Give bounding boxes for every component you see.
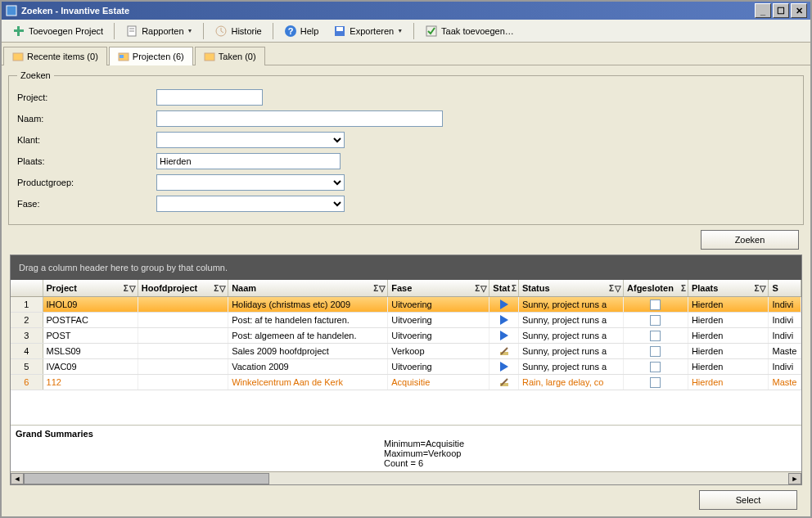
filter-icon[interactable]: ▽ — [760, 284, 766, 293]
table-row[interactable]: 6 112 Winkelcentrum Aan de Kerk Acquisit… — [11, 375, 801, 390]
horizontal-scrollbar[interactable]: ◄ ► — [11, 471, 801, 484]
naam-input[interactable] — [156, 110, 443, 127]
plus-icon — [12, 25, 25, 38]
col-number[interactable] — [11, 280, 43, 296]
cell-stat — [489, 313, 519, 327]
play-icon — [498, 361, 510, 372]
cell-stat — [489, 297, 519, 312]
scroll-left-button[interactable]: ◄ — [11, 473, 24, 484]
separator — [413, 23, 414, 39]
cell-fase: Uitvoering — [388, 297, 489, 312]
col-plaats[interactable]: PlaatsΣ▽ — [688, 280, 769, 296]
sigma-icon[interactable]: Σ — [124, 284, 129, 293]
group-bar[interactable]: Drag a column header here to group by th… — [11, 255, 801, 280]
play-icon — [498, 314, 510, 326]
scroll-right-button[interactable]: ► — [788, 473, 801, 484]
cell-hoofdproject — [138, 375, 228, 390]
separator — [203, 23, 204, 39]
cell-project: MSLS09 — [43, 344, 138, 358]
checkbox[interactable] — [650, 346, 661, 357]
cell-plaats: Hierden — [688, 344, 769, 358]
scroll-thumb[interactable] — [24, 473, 269, 484]
cell-status: Rain, large delay, co — [519, 375, 624, 390]
sigma-icon[interactable]: Σ — [373, 284, 378, 293]
productgroep-select[interactable] — [156, 174, 345, 191]
cell-number: 6 — [11, 375, 43, 390]
filter-icon[interactable]: ▽ — [615, 284, 621, 293]
cell-naam: Winkelcentrum Aan de Kerk — [228, 375, 388, 390]
sigma-icon[interactable]: Σ — [214, 284, 219, 293]
tab-taken-label: Taken (0) — [219, 52, 256, 61]
cell-project: IHOL09 — [43, 297, 138, 312]
help-button[interactable]: ? Help — [277, 22, 327, 40]
historie-button[interactable]: Historie — [207, 22, 268, 40]
fase-select[interactable] — [156, 196, 345, 212]
cell-number: 4 — [11, 344, 43, 358]
cell-naam: Vacation 2009 — [228, 359, 388, 374]
sigma-icon[interactable]: Σ — [609, 284, 614, 293]
grid-summaries: Grand Summaries Minimum=Acquisitie Maxim… — [11, 425, 801, 471]
checkbox[interactable] — [650, 300, 661, 310]
svg-rect-14 — [120, 55, 124, 58]
table-row[interactable]: 3 POST Post: algemeen af te handelen. Ui… — [11, 328, 801, 344]
cell-plaats: Hierden — [688, 313, 769, 327]
sigma-icon[interactable]: Σ — [754, 284, 759, 293]
col-stat[interactable]: StatΣ — [489, 280, 519, 296]
col-project[interactable]: ProjectΣ▽ — [43, 280, 138, 296]
col-s[interactable]: S — [769, 280, 801, 296]
exporteren-button[interactable]: Exporteren ▼ — [326, 22, 410, 40]
cell-project: POST — [43, 328, 138, 343]
sigma-icon[interactable]: Σ — [681, 284, 686, 293]
help-icon: ? — [284, 25, 297, 38]
col-fase[interactable]: FaseΣ▽ — [388, 280, 489, 296]
col-naam[interactable]: NaamΣ▽ — [228, 280, 388, 296]
tab-recente-label: Recente items (0) — [27, 52, 98, 61]
grid-header: ProjectΣ▽ HoofdprojectΣ▽ NaamΣ▽ FaseΣ▽ S… — [11, 280, 801, 297]
project-input[interactable] — [156, 89, 263, 106]
checkbox[interactable] — [650, 377, 661, 388]
taak-label: Taak toevoegen… — [441, 26, 514, 36]
cell-s: Indivi — [769, 328, 801, 343]
filter-icon[interactable]: ▽ — [219, 284, 226, 293]
sigma-icon[interactable]: Σ — [475, 284, 480, 293]
cell-status: Sunny, project runs a — [519, 297, 624, 312]
sigma-icon[interactable]: Σ — [512, 284, 517, 293]
col-hoofdproject[interactable]: HoofdprojectΣ▽ — [138, 280, 228, 296]
table-row[interactable]: 4 MSLS09 Sales 2009 hoofdproject Verkoop… — [11, 344, 801, 359]
save-icon — [333, 25, 346, 38]
table-row[interactable]: 1 IHOL09 Holidays (christmas etc) 2009 U… — [11, 297, 801, 313]
klant-select[interactable] — [156, 132, 345, 148]
plaats-input[interactable] — [156, 153, 341, 169]
play-icon — [498, 299, 510, 310]
filter-icon[interactable]: ▽ — [379, 284, 386, 293]
checkbox[interactable] — [650, 331, 661, 341]
maximize-button[interactable]: ☐ — [773, 3, 789, 18]
col-afgesloten[interactable]: AfgeslotenΣ — [624, 280, 688, 296]
tab-projecten[interactable]: Projecten (6) — [109, 47, 193, 65]
col-status[interactable]: StatusΣ▽ — [519, 280, 624, 296]
minimize-button[interactable]: _ — [755, 3, 771, 18]
taak-toevoegen-button[interactable]: Taak toevoegen… — [417, 22, 521, 40]
table-row[interactable]: 2 POSTFAC Post: af te handelen facturen.… — [11, 313, 801, 328]
svg-rect-10 — [336, 27, 343, 31]
select-button[interactable]: Select — [699, 490, 797, 510]
tab-recente-items[interactable]: Recente items (0) — [3, 47, 107, 65]
rapporten-button[interactable]: Rapporten ▼ — [118, 22, 200, 40]
toevoegen-project-button[interactable]: Toevoegen Project — [5, 22, 111, 40]
grand-summaries-title: Grand Summaries — [16, 429, 796, 439]
footer: Select — [7, 485, 805, 511]
checkbox[interactable] — [650, 315, 661, 326]
app-icon — [5, 4, 18, 17]
window-title: Zoeken - Invantive Estate — [18, 6, 753, 16]
toevoegen-label: Toevoegen Project — [29, 26, 103, 36]
filter-icon[interactable]: ▽ — [129, 284, 136, 293]
close-button[interactable]: ✕ — [791, 3, 807, 18]
filter-icon[interactable]: ▽ — [480, 284, 487, 293]
table-row[interactable]: 5 IVAC09 Vacation 2009 Uitvoering Sunny,… — [11, 359, 801, 375]
tab-taken[interactable]: Taken (0) — [195, 47, 265, 65]
svg-text:?: ? — [287, 26, 293, 36]
scroll-track[interactable] — [24, 473, 788, 484]
checkbox[interactable] — [650, 362, 661, 372]
zoeken-button[interactable]: Zoeken — [701, 230, 799, 250]
cell-fase: Verkoop — [388, 344, 489, 358]
